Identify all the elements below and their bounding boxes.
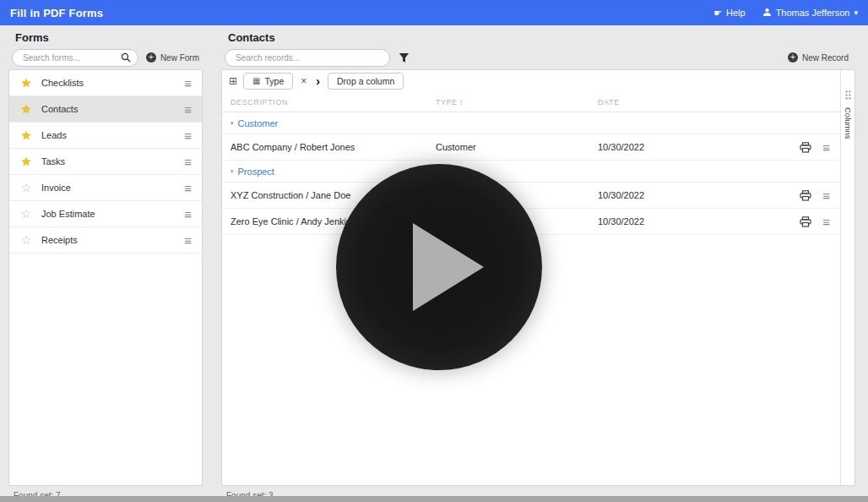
new-form-label: New Form (160, 53, 199, 63)
user-menu[interactable]: Thomas Jefferson ▾ (762, 8, 858, 19)
plus-icon: + (146, 52, 156, 63)
row-menu-icon[interactable]: ≡ (822, 189, 830, 202)
sidebar-item-receipts[interactable]: ☆ Receipts ≡ (9, 227, 202, 254)
help-button[interactable]: ☛ Help (713, 8, 746, 19)
grid-icon: ▦ (252, 77, 260, 85)
sort-asc-icon: ↑ (459, 98, 464, 106)
star-icon[interactable]: ★ (19, 156, 33, 167)
plus-icon: + (788, 52, 798, 63)
star-icon[interactable]: ★ (19, 77, 33, 89)
cell-date: 10/30/2022 (589, 216, 781, 226)
header-description[interactable]: DESCRIPTION (222, 98, 429, 106)
star-icon[interactable]: ☆ (19, 208, 33, 220)
star-icon[interactable]: ☆ (19, 182, 33, 194)
form-item-label: Receipts (41, 235, 176, 245)
sidebar-item-tasks[interactable]: ★ Tasks ≡ (9, 149, 202, 175)
new-record-label: New Record (802, 53, 849, 63)
table-row[interactable]: XYZ Construction / Jane Doe 10/30/2022 ≡ (222, 183, 840, 209)
form-item-label: Tasks (41, 156, 176, 166)
chevron-down-icon: ▾ (854, 8, 858, 17)
user-name: Thomas Jefferson (776, 8, 850, 18)
video-play-overlay[interactable] (336, 164, 542, 370)
cell-date: 10/30/2022 (589, 142, 781, 152)
records-search-input[interactable] (225, 49, 390, 67)
group-chip-type[interactable]: ▦ Type (243, 73, 293, 90)
item-menu-icon[interactable]: ≡ (184, 208, 192, 221)
form-item-label: Job Estimate (41, 209, 176, 219)
group-label: Customer (238, 118, 279, 128)
new-form-button[interactable]: + New Form (146, 52, 199, 63)
filter-icon[interactable] (399, 52, 410, 63)
form-item-label: Contacts (41, 104, 176, 114)
group-label: Prospect (238, 166, 274, 177)
remove-group-icon[interactable]: × (299, 75, 308, 87)
header-description-label: DESCRIPTION (231, 98, 288, 106)
star-icon[interactable]: ☆ (19, 234, 33, 246)
drop-column-target[interactable]: Drop a column (328, 73, 404, 90)
group-chip-label: Type (265, 76, 285, 86)
item-menu-icon[interactable]: ≡ (184, 103, 192, 116)
star-icon[interactable]: ★ (19, 103, 33, 115)
forms-search-input[interactable] (12, 49, 138, 67)
search-icon[interactable] (121, 52, 131, 64)
header-type[interactable]: TYPE↑ (429, 98, 589, 106)
form-item-label: Leads (41, 130, 176, 140)
forms-list-panel: ★ Checklists ≡ ★ Contacts ≡ ★ Leads ≡ ★ … (8, 69, 203, 486)
star-icon[interactable]: ★ (19, 129, 33, 141)
user-icon (762, 8, 772, 19)
cell-type: Customer (429, 142, 589, 152)
forms-sidebar: Forms + New Form ★ Checklists ≡ ★ Contac… (8, 25, 203, 500)
table-header-row: DESCRIPTION TYPE↑ DATE (222, 92, 840, 112)
item-menu-icon[interactable]: ≡ (184, 182, 192, 194)
item-menu-icon[interactable]: ≡ (184, 77, 192, 90)
sidebar-item-invoice[interactable]: ☆ Invoice ≡ (9, 175, 202, 201)
header-type-label: TYPE (436, 98, 458, 106)
cell-date: 10/30/2022 (589, 190, 781, 200)
grouping-toolbar: ⊞ ▦ Type × › Drop a column (222, 70, 840, 92)
columns-tab[interactable]: Columns (840, 70, 854, 485)
collapse-caret-icon: ▾ (231, 120, 234, 127)
item-menu-icon[interactable]: ≡ (184, 129, 192, 142)
group-row-customer[interactable]: ▾ Customer (222, 112, 840, 134)
horizontal-scrollbar[interactable] (0, 496, 868, 502)
collapse-caret-icon: ▾ (231, 168, 234, 175)
sidebar-item-checklists[interactable]: ★ Checklists ≡ (9, 70, 202, 96)
item-menu-icon[interactable]: ≡ (184, 234, 192, 247)
columns-tab-label: Columns (844, 107, 853, 139)
drop-column-label: Drop a column (337, 76, 394, 86)
cell-description: ABC Company / Robert Jones (222, 142, 429, 152)
form-item-label: Invoice (41, 183, 176, 193)
item-menu-icon[interactable]: ≡ (184, 156, 192, 168)
chevron-right-icon[interactable]: › (314, 74, 322, 88)
row-menu-icon[interactable]: ≡ (822, 141, 830, 154)
help-icon: ☛ (713, 8, 722, 19)
new-record-button[interactable]: + New Record (788, 52, 849, 63)
top-bar: Fill in PDF Forms ☛ Help Thomas Jefferso… (0, 0, 868, 25)
grip-icon (845, 90, 851, 101)
header-date[interactable]: DATE (589, 98, 781, 106)
form-item-label: Checklists (41, 78, 176, 88)
group-by-icon[interactable]: ⊞ (229, 76, 237, 86)
app-title: Fill in PDF Forms (10, 7, 103, 19)
print-icon[interactable] (800, 190, 811, 201)
table-row[interactable]: ABC Company / Robert Jones Customer 10/3… (222, 134, 840, 161)
sidebar-item-job-estimate[interactable]: ☆ Job Estimate ≡ (9, 201, 202, 227)
sidebar-item-leads[interactable]: ★ Leads ≡ (9, 123, 202, 149)
contacts-title: Contacts (221, 25, 855, 46)
header-date-label: DATE (598, 98, 620, 106)
forms-title: Forms (8, 25, 203, 46)
help-label: Help (726, 8, 746, 18)
sidebar-item-contacts[interactable]: ★ Contacts ≡ (9, 96, 202, 123)
print-icon[interactable] (800, 216, 811, 227)
group-row-prospect[interactable]: ▾ Prospect (222, 161, 840, 183)
play-icon (413, 223, 484, 311)
row-menu-icon[interactable]: ≡ (822, 216, 830, 228)
print-icon[interactable] (800, 142, 811, 153)
